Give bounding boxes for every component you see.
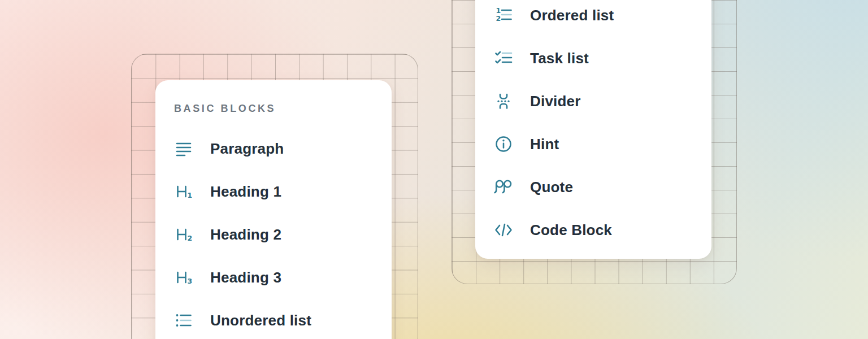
section-label: BASIC BLOCKS (174, 97, 392, 120)
menu-item-label: Divider (530, 93, 581, 110)
menu-item-code-block[interactable]: Code Block (475, 208, 711, 251)
ordered-list-icon: 12 (494, 6, 513, 25)
menu-item-label: Paragraph (210, 140, 284, 158)
menu-item-label: Unordered list (210, 312, 311, 329)
svg-text:2: 2 (188, 234, 193, 242)
heading-2-icon: 2 (174, 225, 193, 244)
svg-text:1: 1 (188, 191, 193, 199)
divider-icon (494, 92, 513, 111)
svg-text:2: 2 (496, 14, 501, 23)
menu-item-label: Heading 3 (210, 269, 281, 286)
menu-item-heading-3[interactable]: 3Heading 3 (155, 256, 392, 299)
menu-item-divider[interactable]: Divider (475, 80, 711, 123)
svg-text:1: 1 (496, 6, 501, 15)
menu-item-quote[interactable]: Quote (475, 166, 711, 208)
unordered-list-icon (174, 311, 193, 330)
menu-item-label: Task list (530, 50, 589, 67)
hint-icon (494, 134, 513, 154)
code-block-icon (494, 220, 513, 240)
menu-item-label: Heading 1 (210, 183, 281, 201)
menu-item-heading-2[interactable]: 2Heading 2 (155, 213, 392, 256)
menu-item-heading-1[interactable]: 1Heading 1 (155, 170, 392, 213)
menu-item-label: Heading 2 (210, 226, 281, 244)
menu-item-label: Hint (530, 136, 559, 153)
basic-blocks-items: Paragraph1Heading 12Heading 23Heading 3U… (155, 127, 392, 339)
menu-item-label: Code Block (530, 221, 612, 239)
more-blocks-menu: 12Ordered listTask listDividerHintQuoteC… (475, 0, 711, 259)
menu-item-label: Ordered list (530, 7, 614, 24)
menu-item-ordered-list[interactable]: 12Ordered list (475, 0, 711, 37)
task-list-icon (494, 49, 513, 68)
basic-blocks-menu: BASIC BLOCKS Paragraph1Heading 12Heading… (155, 80, 392, 339)
menu-item-unordered-list[interactable]: Unordered list (155, 299, 392, 339)
quote-icon (494, 177, 513, 197)
block-menu-illustration: BASIC BLOCKS Paragraph1Heading 12Heading… (0, 0, 868, 339)
menu-item-label: Quote (530, 179, 573, 196)
menu-item-task-list[interactable]: Task list (475, 37, 711, 80)
menu-item-hint[interactable]: Hint (475, 123, 711, 166)
menu-item-paragraph[interactable]: Paragraph (155, 127, 392, 170)
svg-text:3: 3 (188, 277, 193, 285)
heading-1-icon: 1 (174, 182, 193, 201)
heading-3-icon: 3 (174, 268, 193, 287)
paragraph-icon (174, 139, 193, 158)
more-blocks-items: 12Ordered listTask listDividerHintQuoteC… (475, 0, 711, 251)
